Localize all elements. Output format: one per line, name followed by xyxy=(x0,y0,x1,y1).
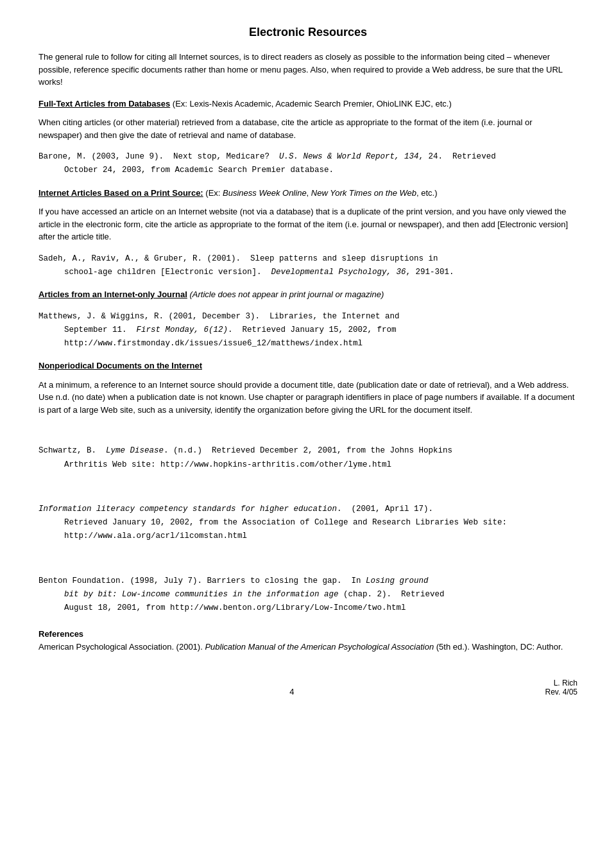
internet-only-heading-suffix: (Article does not appear in print journa… xyxy=(190,290,384,299)
citation-line1: Schwartz, B. Lyme Disease. (n.d.) Retrie… xyxy=(38,444,578,458)
citation-line1: Information literacy competency standard… xyxy=(38,503,578,516)
internet-print-heading-suffix: (Ex: Business Week Online, New York Time… xyxy=(205,188,437,198)
citation-line3: http://www.ala.org/acrl/ilcomstan.html xyxy=(64,530,578,543)
footer: 4 L. Rich Rev. 4/05 xyxy=(38,679,578,697)
nonperiodical-section-heading: Nonperiodical Documents on the Internet xyxy=(38,359,578,372)
nonperiodical-body: At a minimum, a reference to an Internet… xyxy=(38,379,578,417)
nonperiodical-citation-2: Information literacy competency standard… xyxy=(38,503,578,544)
internet-print-section: Internet Articles Based on a Print Sourc… xyxy=(38,187,578,200)
references-body: American Psychological Association. (200… xyxy=(38,642,563,652)
nonperiodical-citation-1: Schwartz, B. Lyme Disease. (n.d.) Retrie… xyxy=(38,444,578,472)
internet-print-citation: Sadeh, A., Raviv, A., & Gruber, R. (2001… xyxy=(38,252,578,280)
internet-only-heading: Articles from an Internet-only Journal xyxy=(38,290,187,299)
citation-line1: Matthews, J. & Wiggins, R. (2001, Decemb… xyxy=(38,310,578,324)
full-text-section: Full-Text Articles from Databases (Ex: L… xyxy=(38,98,578,110)
citation-line2: school-age children [Electronic version]… xyxy=(64,266,578,279)
full-text-body: When citing articles (or other material)… xyxy=(38,116,578,141)
internet-print-body: If you have accessed an article on an In… xyxy=(38,205,578,243)
intro-paragraph: The general rule to follow for citing al… xyxy=(38,51,578,89)
references-section: References American Psychological Associ… xyxy=(38,628,578,653)
internet-only-section: Articles from an Internet-only Journal (… xyxy=(38,288,578,301)
references-heading: References xyxy=(38,629,83,639)
citation-line3: August 18, 2001, from http://www.benton.… xyxy=(64,601,578,615)
citation-line3: http://www.firstmonday.dk/issues/issue6_… xyxy=(64,337,578,350)
internet-print-heading: Internet Articles Based on a Print Sourc… xyxy=(38,188,203,198)
page-number: 4 xyxy=(38,687,545,697)
nonperiodical-heading: Nonperiodical Documents on the Internet xyxy=(38,361,202,370)
full-text-citation: Barone, M. (2003, June 9). Next stop, Me… xyxy=(38,150,578,178)
nonperiodical-citation-3: Benton Foundation. (1998, July 7). Barri… xyxy=(38,575,578,616)
full-text-heading: Full-Text Articles from Databases xyxy=(38,99,170,108)
citation-line2: Arthritis Web site: http://www.hopkins-a… xyxy=(64,458,578,472)
citation-line2: bit by bit: Low-income communities in th… xyxy=(64,588,578,601)
page-title: Electronic Resources xyxy=(38,26,578,39)
citation-line1: Benton Foundation. (1998, July 7). Barri… xyxy=(38,575,578,588)
footer-author: L. Rich Rev. 4/05 xyxy=(545,679,578,697)
citation-line2: September 11. First Monday, 6(12). Retri… xyxy=(64,324,578,337)
citation-line2: October 24, 2003, from Academic Search P… xyxy=(64,164,578,177)
internet-only-citation: Matthews, J. & Wiggins, R. (2001, Decemb… xyxy=(38,310,578,351)
citation-line1: Barone, M. (2003, June 9). Next stop, Me… xyxy=(38,150,578,164)
citation-line1: Sadeh, A., Raviv, A., & Gruber, R. (2001… xyxy=(38,252,578,266)
citation-line2: Retrieved January 10, 2002, from the Ass… xyxy=(64,516,578,530)
full-text-heading-suffix: (Ex: Lexis-Nexis Academic, Academic Sear… xyxy=(173,99,452,108)
